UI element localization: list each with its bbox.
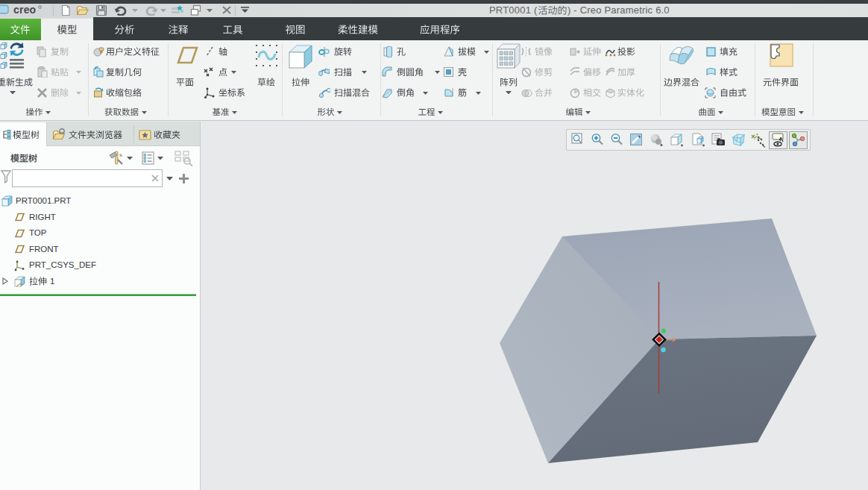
svg-text:creo: creo — [13, 4, 36, 15]
